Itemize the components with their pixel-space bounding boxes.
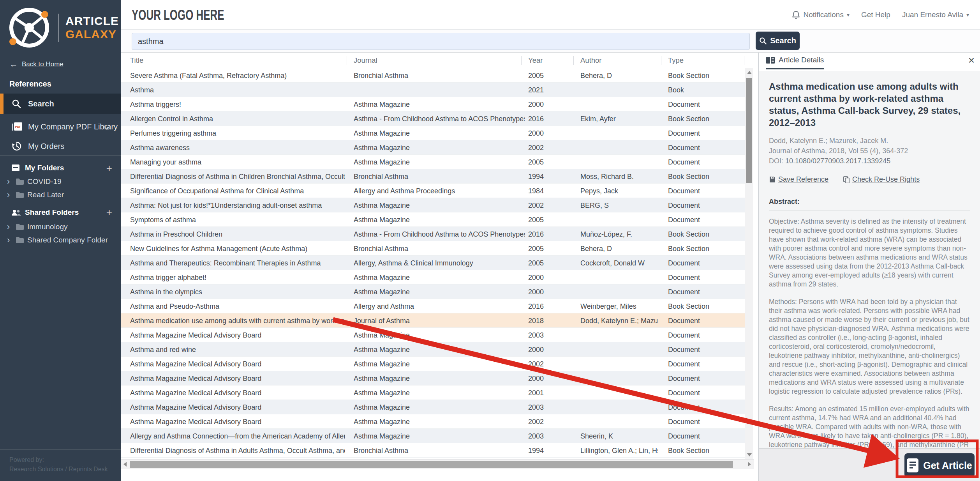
expander-icon[interactable]: › (7, 178, 10, 185)
cell-year: 2002 (528, 201, 567, 209)
cell-journal: Asthma Magazine (354, 417, 525, 426)
column-divider (573, 56, 574, 65)
table-row[interactable]: Differential Diagnosis of Asthma in Chil… (121, 169, 745, 184)
cell-year: 1994 (528, 172, 567, 180)
cell-journal: Asthma Magazine (354, 432, 525, 440)
cell-title: Asthma Magazine Medical Advisory Board (130, 389, 345, 397)
cell-author: Weinberger, Miles (580, 302, 658, 310)
table-row[interactable]: Allergen Control in Asthma Asthma - From… (121, 111, 745, 126)
table-row[interactable]: Asthma Magazine Medical Advisory Board A… (121, 400, 745, 414)
search-input[interactable] (132, 33, 750, 50)
cell-title: Managing your asthma (130, 158, 345, 166)
expander-icon[interactable]: › (7, 223, 10, 230)
cell-type: Book Section (668, 115, 740, 123)
column-header-author[interactable]: Author (580, 56, 602, 65)
check-reuse-rights-link[interactable]: Check Re-Use Rights (843, 175, 920, 184)
article-galaxy-logo[interactable]: ARTICLE GALAXY (6, 5, 119, 51)
abstract-divider (769, 210, 970, 211)
cell-journal: Asthma Magazine (354, 331, 525, 339)
table-row[interactable]: Significance of Occupational Asthma for … (121, 184, 745, 198)
results-table-body: Severe Asthma (Fatal Asthma, Refractory … (121, 68, 745, 458)
table-row[interactable]: Differential Diagnosis of Asthma in Adul… (121, 443, 745, 458)
table-row[interactable]: Severe Asthma (Fatal Asthma, Refractory … (121, 68, 745, 83)
cell-year: 2000 (528, 345, 567, 354)
horizontal-scrollbar[interactable] (121, 459, 754, 469)
cell-title: Asthma Magazine Medical Advisory Board (130, 403, 345, 411)
back-arrow-icon: ← (9, 59, 18, 69)
table-row[interactable]: Asthma Magazine Medical Advisory Board A… (121, 371, 745, 386)
table-row[interactable]: Asthma in Preschool Children Asthma - Fr… (121, 227, 745, 241)
column-header-type[interactable]: Type (668, 56, 684, 65)
table-row[interactable]: Managing your asthma Asthma Magazine 200… (121, 155, 745, 169)
folder-item-covid19[interactable]: › COVID-19 (0, 175, 121, 188)
table-row[interactable]: New Guidelines for Asthma Management (Ac… (121, 241, 745, 256)
table-row[interactable]: Asthma 2021 Book (121, 83, 745, 97)
expander-icon[interactable]: › (7, 191, 10, 198)
table-row[interactable]: Asthma Magazine Medical Advisory Board A… (121, 414, 745, 429)
notifications-menu[interactable]: Notifications ▾ (792, 11, 850, 19)
folder-item-immunology[interactable]: › Immunology (0, 221, 121, 233)
scroll-up-arrow-icon[interactable] (747, 71, 752, 74)
get-article-label: Get Article (923, 460, 972, 471)
table-row[interactable]: Asthma trigger alphabet! Asthma Magazine… (121, 270, 745, 285)
cell-type: Document (668, 360, 740, 368)
table-row[interactable]: Symptoms of asthma Asthma Magazine 2005 … (121, 212, 745, 227)
table-row[interactable]: Asthma medication use among adults with … (121, 313, 745, 328)
cell-title: Perfumes triggering asthma (130, 129, 345, 137)
cell-year: 2003 (528, 331, 567, 339)
column-header-title[interactable]: Title (130, 56, 143, 65)
table-row[interactable]: Asthma triggers! Asthma Magazine 2000 Do… (121, 97, 745, 111)
scroll-left-arrow-icon[interactable] (123, 462, 127, 467)
cell-year: 2002 (528, 360, 567, 368)
table-row[interactable]: Asthma Magazine Medical Advisory Board A… (121, 357, 745, 371)
folder-item-shared-company[interactable]: › Shared Company Folder (0, 234, 121, 246)
sidebar-item-label: Search (28, 99, 54, 108)
cell-year: 2005 (528, 158, 567, 166)
get-article-button[interactable]: Get Article (904, 453, 975, 477)
table-row[interactable]: Perfumes triggering asthma Asthma Magazi… (121, 126, 745, 140)
sidebar-item-pdf-library[interactable]: PDF My Company PDF Library (0, 118, 121, 136)
save-reference-link[interactable]: Save Reference (769, 175, 828, 184)
expander-icon[interactable]: › (7, 237, 10, 244)
table-row[interactable]: Asthma and red wine Asthma Magazine 2000… (121, 342, 745, 357)
sidebar-divider (0, 155, 121, 156)
bell-icon (792, 11, 800, 19)
table-row[interactable]: Allergy and Asthma Connection—from the A… (121, 429, 745, 443)
cell-type: Book Section (668, 446, 740, 454)
table-row[interactable]: Asthma Magazine Medical Advisory Board A… (121, 386, 745, 400)
back-to-home-link[interactable]: ← Back to Home (9, 59, 63, 69)
table-row[interactable]: Asthma in the olympics Asthma Magazine 2… (121, 285, 745, 299)
table-row[interactable]: Asthma and Pseudo-Asthma Allergy and Ast… (121, 299, 745, 313)
column-divider (347, 56, 347, 65)
sidebar-item-my-orders[interactable]: My Orders (0, 137, 121, 155)
table-row[interactable]: Asthma: Not just for kids!*1Understandin… (121, 198, 745, 212)
vertical-scrollbar[interactable] (745, 68, 753, 459)
table-row[interactable]: Asthma awareness Asthma Magazine 2002 Do… (121, 140, 745, 155)
column-header-journal[interactable]: Journal (354, 56, 377, 65)
sidebar-item-search[interactable]: Search (0, 94, 121, 114)
cell-type: Document (668, 259, 740, 267)
user-menu[interactable]: Juan Ernesto Avila ▾ (902, 11, 969, 19)
folder-item-read-later[interactable]: › Read Later (0, 189, 121, 201)
vertical-scrollbar-thumb[interactable] (746, 78, 752, 183)
document-icon (907, 458, 918, 472)
column-header-year[interactable]: Year (528, 56, 543, 65)
add-shared-folder-button[interactable]: + (106, 207, 112, 219)
table-row[interactable]: Asthma Magazine Medical Advisory Board A… (121, 328, 745, 342)
scroll-down-arrow-icon[interactable] (747, 453, 752, 456)
close-icon[interactable]: × (968, 55, 975, 66)
results-table: Title Journal Year Author Type Severe As… (121, 53, 758, 481)
add-folder-button[interactable]: + (106, 162, 112, 174)
search-button[interactable]: Search (756, 32, 800, 50)
tab-article-details[interactable]: Article Details (766, 56, 824, 69)
cell-year: 2000 (528, 273, 567, 281)
cell-journal: Bronchial Asthma (354, 244, 525, 253)
scroll-right-arrow-icon[interactable] (748, 462, 751, 467)
doi-link[interactable]: 10.1080/02770903.2017.1339245 (785, 157, 890, 165)
table-row[interactable]: Asthma and Therapeutics: Recombinant The… (121, 256, 745, 270)
horizontal-scrollbar-thumb[interactable] (130, 461, 733, 468)
cell-journal: Asthma - From Childhood Asthma to ACOS P… (354, 115, 525, 123)
cell-type: Document (668, 273, 740, 281)
get-help-link[interactable]: Get Help (861, 11, 890, 19)
cell-journal: Bronchial Asthma (354, 71, 525, 80)
